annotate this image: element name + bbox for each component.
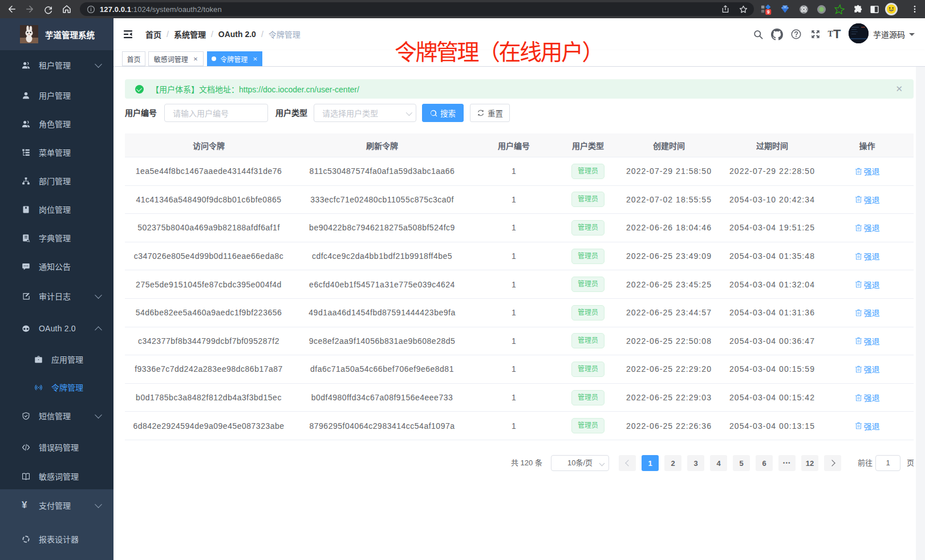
svg-text:9: 9	[767, 10, 770, 15]
